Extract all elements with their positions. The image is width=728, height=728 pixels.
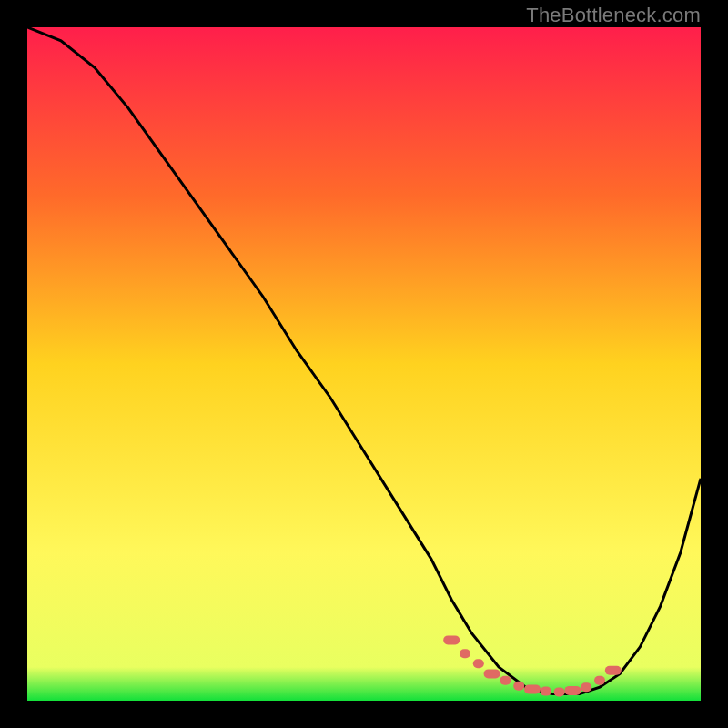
watermark-text: TheBottleneck.com <box>526 4 701 27</box>
marker-dot <box>581 682 592 692</box>
marker-dot <box>443 635 460 644</box>
marker-dot <box>500 676 511 685</box>
marker-dot <box>594 676 605 685</box>
bottleneck-chart <box>27 27 701 701</box>
marker-dot <box>513 682 524 691</box>
marker-dot <box>605 666 622 675</box>
marker-dot <box>484 669 500 678</box>
marker-dot <box>554 687 565 696</box>
marker-dot <box>541 687 551 696</box>
marker-dot <box>564 686 581 695</box>
gradient-background <box>27 27 701 701</box>
marker-dot <box>524 684 541 693</box>
marker-dot <box>460 649 470 658</box>
marker-dot <box>473 659 484 668</box>
chart-frame <box>27 27 701 701</box>
